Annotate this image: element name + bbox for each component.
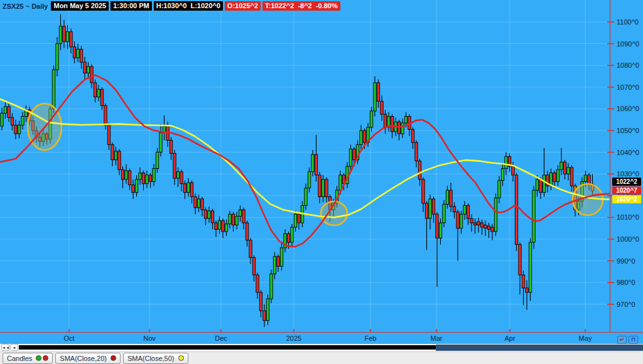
scrollbar-track[interactable]: [436, 345, 643, 351]
scroll-left-button[interactable]: ◄: [10, 344, 18, 351]
candle-body: [208, 211, 210, 218]
price-tick-label[interactable]: 990^0: [617, 257, 635, 265]
legend-item-sma50[interactable]: SMA(Close,50): [123, 353, 188, 364]
price-tick-label[interactable]: 1100^0: [617, 18, 639, 26]
candle-body: [560, 162, 563, 169]
price-tick-label[interactable]: 1070^0: [617, 83, 639, 91]
candle-body: [263, 311, 266, 321]
price-tick-label[interactable]: 1050^0: [617, 127, 639, 134]
candle-body: [377, 83, 379, 101]
candle-body: [218, 221, 220, 230]
candle-body: [125, 171, 127, 179]
candle-body: [222, 221, 224, 232]
candle-body: [197, 199, 200, 208]
candle-body: [498, 181, 500, 198]
candle-body: [84, 62, 86, 73]
candle-body: [63, 26, 65, 41]
price-tag: 1022^2: [612, 178, 641, 186]
candle-body: [94, 83, 96, 97]
legend-sma50-label: SMA(Close,50): [127, 355, 175, 362]
candle-body: [298, 214, 300, 223]
date-tick-label[interactable]: Dec: [215, 335, 227, 342]
candle-body: [121, 169, 124, 179]
candle-body: [501, 169, 504, 181]
candle-body: [211, 211, 213, 223]
time-chip: 1:30:00 PM: [111, 1, 151, 11]
price-tick-label[interactable]: 980^0: [617, 279, 635, 286]
chart-window: 1100^01090^01080^01070^01060^01050^01040…: [0, 0, 643, 364]
undo-zoom-icon: ↵: [620, 336, 625, 343]
candle-body: [232, 214, 234, 225]
price-chart[interactable]: 1100^01090^01080^01070^01060^01050^01040…: [0, 0, 643, 344]
candle-body: [411, 129, 414, 142]
date-tick-label[interactable]: Mar: [431, 335, 443, 342]
price-tick-label[interactable]: 1000^0: [617, 235, 639, 243]
candle-body: [18, 125, 20, 134]
date-tick-label[interactable]: Feb: [365, 335, 377, 342]
candle-body: [56, 44, 58, 70]
candle-body: [100, 89, 103, 105]
candle-body: [473, 223, 476, 225]
candle-body: [273, 257, 276, 274]
candle-body: [225, 224, 227, 232]
box-zoom-button[interactable]: ⊓: [629, 336, 638, 344]
candle-body: [21, 117, 24, 126]
candle-body: [553, 173, 556, 182]
candle-body: [422, 179, 424, 203]
price-tick-label[interactable]: 1030^0: [617, 170, 639, 178]
chart-header: ZSX25 ~ Daily Mon May 5 2025 1:30:00 PM …: [3, 1, 340, 11]
candle-body: [280, 248, 283, 266]
candle-body: [539, 179, 542, 193]
candle-body: [59, 26, 62, 44]
date-chip: Mon May 5 2025: [51, 1, 109, 11]
chart-area: 1100^01090^01080^01070^01060^01050^01040…: [0, 0, 643, 344]
candle-body: [522, 275, 524, 288]
candle-body: [512, 166, 514, 175]
symbol-title: ZSX25 ~ Daily: [3, 3, 49, 10]
legend-item-sma20[interactable]: SMA(Close,20): [55, 353, 121, 364]
price-tick-label[interactable]: 1060^0: [617, 105, 639, 112]
scroll-far-left-button[interactable]: ◄◄: [1, 344, 9, 351]
candle-body: [439, 223, 441, 238]
price-tick-label[interactable]: 970^0: [617, 301, 635, 308]
date-tick-label[interactable]: 2025: [286, 335, 301, 342]
candle-body: [370, 111, 372, 127]
candle-body: [249, 240, 252, 258]
candle-body: [66, 32, 68, 42]
candle-body: [235, 217, 238, 225]
price-tick-label[interactable]: 1080^0: [617, 62, 639, 69]
candle-body: [176, 172, 179, 178]
candle-body: [532, 190, 535, 242]
candle-body: [318, 175, 321, 197]
candle-body: [277, 257, 279, 267]
candle-body: [256, 275, 259, 292]
candle-body: [526, 288, 528, 292]
candle-body: [291, 227, 293, 242]
price-tick-label[interactable]: 1010^0: [617, 213, 639, 221]
date-tick-label[interactable]: Nov: [143, 335, 156, 342]
candle-body: [11, 117, 13, 125]
candle-body: [111, 145, 114, 160]
candle-body: [170, 141, 172, 154]
scrollbar-thumb[interactable]: [19, 345, 436, 350]
candle-body: [450, 190, 452, 206]
date-tick-label[interactable]: Apr: [504, 335, 515, 342]
candle-body: [80, 49, 82, 62]
candle-body: [287, 233, 289, 242]
candle-body: [132, 185, 134, 193]
candle-body: [1, 113, 3, 126]
candle-body: [311, 154, 314, 172]
candle-body: [588, 175, 590, 184]
candle-body: [487, 226, 490, 229]
price-tick-label[interactable]: 1090^0: [617, 40, 639, 48]
candle-body: [374, 83, 376, 111]
candle-body: [467, 205, 469, 218]
date-tick-label[interactable]: Oct: [63, 335, 74, 342]
date-tick-label[interactable]: May: [579, 335, 592, 342]
legend-item-candles[interactable]: Candles: [3, 353, 53, 364]
candle-body: [52, 70, 55, 109]
undo-zoom-button[interactable]: ↵: [617, 336, 627, 344]
price-tick-label[interactable]: 1040^0: [617, 149, 639, 156]
candle-body: [349, 149, 352, 166]
legend-color-dot: [36, 355, 41, 361]
